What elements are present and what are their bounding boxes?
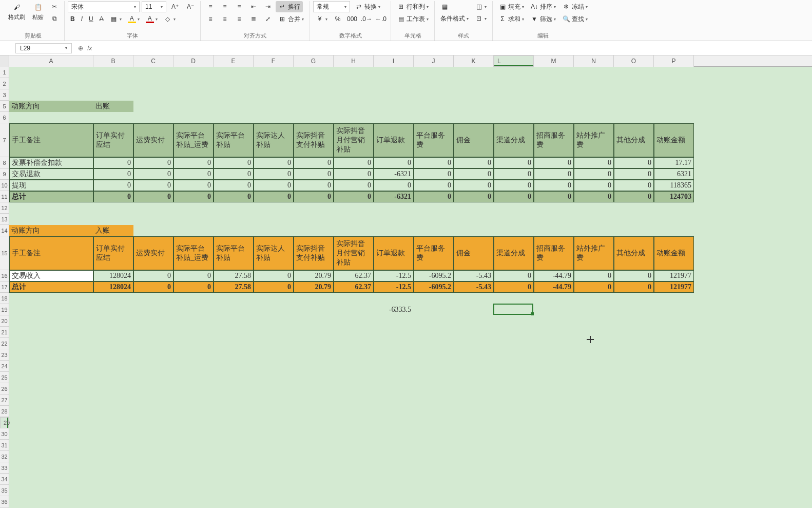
cell-G17[interactable]: 20.79 (294, 281, 334, 293)
row-header-35[interactable]: 35 (0, 485, 9, 496)
column-header-J[interactable]: J (414, 55, 454, 67)
cell-F7[interactable]: 实际达人补贴 (254, 123, 294, 157)
row-header-18[interactable]: 18 (0, 293, 9, 304)
cell-M10[interactable]: 0 (534, 180, 574, 191)
cell-D11[interactable]: 0 (173, 191, 214, 202)
increase-font-button[interactable]: A⁺ (168, 1, 182, 12)
cell-C15[interactable]: 运费实付 (133, 236, 173, 270)
merge-button[interactable]: ⊞合并▾ (276, 13, 306, 25)
zoom-icon[interactable]: ⊕ (78, 45, 83, 52)
cut-button[interactable]: ✂ (48, 1, 61, 12)
cell-M8[interactable]: 0 (534, 157, 574, 168)
cell-G10[interactable]: 0 (294, 180, 334, 191)
row-header-29[interactable]: 29 (0, 417, 9, 428)
cell-B9[interactable]: 0 (93, 168, 133, 180)
cell-K17[interactable]: -5.43 (454, 281, 494, 293)
row-header-17[interactable]: 17 (0, 281, 9, 293)
row-header-31[interactable]: 31 (0, 440, 9, 451)
cell-L16[interactable]: 0 (494, 270, 534, 281)
cell-L15[interactable]: 渠道分成 (494, 236, 534, 270)
row-header-20[interactable]: 20 (0, 315, 9, 327)
cell-C9[interactable]: 0 (133, 168, 173, 180)
row-header-10[interactable]: 10 (0, 180, 9, 191)
cell-H10[interactable]: 0 (334, 180, 374, 191)
cell-J9[interactable]: 0 (414, 168, 454, 180)
cell-L7[interactable]: 渠道分成 (494, 123, 534, 157)
cell-N11[interactable]: 0 (574, 191, 614, 202)
cell-I7[interactable]: 订单退款 (374, 123, 414, 157)
indent-dec-button[interactable]: ⇤ (247, 1, 260, 12)
column-header-D[interactable]: D (173, 55, 214, 67)
cell-D8[interactable]: 0 (173, 157, 214, 168)
row-header-16[interactable]: 16 (0, 270, 9, 281)
cell-L17[interactable]: 0 (494, 281, 534, 293)
cell-A10[interactable]: 提现 (9, 180, 93, 191)
column-header-N[interactable]: N (574, 55, 614, 67)
row-header-8[interactable]: 8 (0, 157, 9, 168)
row-header-1[interactable]: 1 (0, 67, 9, 78)
sum-button[interactable]: Σ求和▾ (496, 13, 527, 25)
cell-C17[interactable]: 0 (133, 281, 173, 293)
cell-L11[interactable]: 0 (494, 191, 534, 202)
cell-N9[interactable]: 0 (574, 168, 614, 180)
row-header-21[interactable]: 21 (0, 327, 9, 338)
cell-K10[interactable]: 0 (454, 180, 494, 191)
format-painter-button[interactable]: 🖌 格式刷 (5, 1, 28, 22)
cell-F17[interactable]: 0 (254, 281, 294, 293)
cell-M11[interactable]: 0 (534, 191, 574, 202)
copy-button[interactable]: ⧉ (48, 13, 61, 24)
align-center-button[interactable]: ≡ (218, 13, 231, 25)
cell-K15[interactable]: 佣金 (454, 236, 494, 270)
cell-A17[interactable]: 总计 (9, 281, 93, 293)
cell-H17[interactable]: 62.37 (334, 281, 374, 293)
cell-O10[interactable]: 0 (614, 180, 654, 191)
column-header-O[interactable]: O (614, 55, 654, 67)
row-header-19[interactable]: 19 (0, 304, 9, 315)
cell-C16[interactable]: 0 (133, 270, 173, 281)
cell-N15[interactable]: 站外推广费 (574, 236, 614, 270)
cell-L9[interactable]: 0 (494, 168, 534, 180)
fill-button[interactable]: ▣填充▾ (496, 1, 527, 12)
align-bottom-button[interactable]: ≡ (233, 1, 246, 12)
cell-J7[interactable]: 平台服务费 (414, 123, 454, 157)
dec-decimal-button[interactable]: ←.0 (374, 13, 388, 25)
cell-D17[interactable]: 0 (173, 281, 214, 293)
rowcol-button[interactable]: ⊞行和列▾ (394, 1, 431, 12)
cell-L8[interactable]: 0 (494, 157, 534, 168)
cell-P11[interactable]: 124703 (654, 191, 694, 202)
cell-M15[interactable]: 招商服务费 (534, 236, 574, 270)
cell-I15[interactable]: 订单退款 (374, 236, 414, 270)
cell-F10[interactable]: 0 (254, 180, 294, 191)
cell-A9[interactable]: 交易退款 (9, 168, 93, 180)
font-size-select[interactable]: 11▾ (142, 1, 166, 12)
orientation-button[interactable]: ⤢ (261, 13, 275, 25)
worksheet-button[interactable]: ▤工作表▾ (394, 13, 431, 25)
align-left-button[interactable]: ≡ (204, 13, 217, 25)
cell-B5[interactable]: 出账 (93, 101, 133, 112)
cell-H9[interactable]: 0 (334, 168, 374, 180)
row-header-12[interactable]: 12 (0, 202, 9, 214)
fx-icon[interactable]: fx (87, 45, 92, 52)
cell-A16[interactable]: 交易收入 (9, 270, 93, 281)
row-header-25[interactable]: 25 (0, 372, 9, 383)
cell-N10[interactable]: 0 (574, 180, 614, 191)
formula-input[interactable] (96, 45, 808, 52)
spreadsheet-grid[interactable]: ABCDEFGHIJKLMNOP 12356789101112131415161… (0, 55, 812, 508)
cell-N17[interactable]: 0 (574, 281, 614, 293)
cell-M17[interactable]: -44.79 (534, 281, 574, 293)
cell-K16[interactable]: -5.43 (454, 270, 494, 281)
cell-H15[interactable]: 实际抖音月付营销补贴 (334, 236, 374, 270)
paste-button[interactable]: 📋 粘贴 (29, 1, 47, 22)
percent-button[interactable]: % (331, 13, 344, 25)
underline-button[interactable]: U (86, 13, 96, 25)
cell-E9[interactable]: 0 (214, 168, 254, 180)
cell-C10[interactable]: 0 (133, 180, 173, 191)
cell-K11[interactable]: 0 (454, 191, 494, 202)
cell-E16[interactable]: 27.58 (214, 270, 254, 281)
cond-format-button[interactable]: 条件格式▾ (438, 13, 471, 24)
cell-A15[interactable]: 手工备注 (9, 236, 93, 270)
cell-E15[interactable]: 实际平台补贴 (214, 236, 254, 270)
strikethrough-button[interactable]: A (97, 13, 106, 25)
fill-color-button[interactable]: A▾ (125, 13, 142, 25)
cell-C7[interactable]: 运费实付 (133, 123, 173, 157)
